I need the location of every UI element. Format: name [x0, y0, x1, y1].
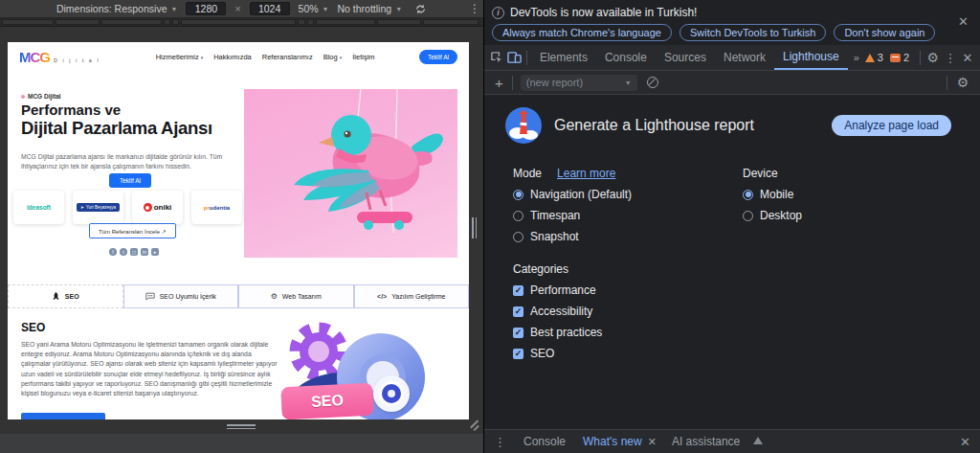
dimensions-label: Dimensions: Responsive — [56, 3, 167, 14]
tab-lighthouse[interactable]: Lighthouse — [774, 45, 848, 70]
device-option-mobile[interactable]: Mobile — [743, 188, 802, 201]
analyze-page-load-button[interactable]: Analyze page load — [832, 115, 951, 136]
chevron-down-icon: ▾ — [201, 55, 204, 60]
youtube-icon[interactable]: ▸ — [151, 248, 159, 256]
viewport-height-resize-handle[interactable] — [227, 424, 256, 430]
devtools-menu-icon[interactable]: ⋮ — [942, 48, 959, 67]
emulation-stage: MCG D i j i t a l Hizmetlerimiz ▾ Hakkım… — [0, 28, 483, 453]
switch-turkish-button[interactable]: Switch DevTools to Turkish — [679, 24, 826, 41]
header-teklif-al-button[interactable]: Teklif Al — [419, 50, 457, 64]
hero-section: MCG Dijital Performans ve Dijital Pazarl… — [8, 72, 469, 284]
notification-close-icon[interactable]: ✕ — [958, 14, 969, 29]
site-logo-suffix: D i j i t a l — [54, 57, 100, 63]
device-option-desktop[interactable]: Desktop — [743, 209, 802, 222]
media-segment[interactable] — [2, 19, 54, 25]
devtools-close-icon[interactable]: ✕ — [959, 48, 976, 67]
partner-logo-oniki[interactable]: oniki — [132, 191, 183, 224]
partner-logo-prudentia[interactable]: prudentia — [191, 191, 242, 224]
dimensions-select[interactable]: Dimensions: Responsive ▼ — [56, 3, 178, 14]
instagram-icon[interactable]: ◻ — [130, 248, 138, 256]
category-seo[interactable]: ✓ SEO — [513, 347, 980, 360]
media-segment[interactable] — [56, 19, 100, 25]
all-references-button[interactable]: Tüm Referansları İncele ↗ — [89, 223, 176, 238]
rocket-icon — [52, 292, 60, 301]
warnings-indicator[interactable]: 3 — [865, 52, 883, 63]
report-select[interactable]: (new report) ▼ — [521, 75, 637, 91]
media-segment[interactable] — [307, 19, 314, 25]
category-performance[interactable]: ✓ Performance — [513, 283, 980, 297]
width-input[interactable]: 1280 — [186, 2, 226, 15]
mode-option-timespan[interactable]: Timespan — [513, 209, 743, 222]
app-window: Dimensions: Responsive ▼ 1280 × 1024 50%… — [0, 0, 980, 453]
nav-item-hizmetlerimiz[interactable]: Hizmetlerimiz ▾ — [156, 53, 204, 61]
drawer-menu-icon[interactable]: ⋮ — [494, 435, 506, 449]
mode-option-navigation[interactable]: Navigation (Default) — [513, 188, 743, 201]
new-report-icon[interactable]: + — [490, 75, 508, 91]
nav-item-iletisim[interactable]: İletişim — [352, 53, 374, 61]
checkbox-checked-icon: ✓ — [513, 349, 523, 359]
throttling-value: No throttling — [338, 3, 392, 14]
hero-teklif-al-button[interactable]: Teklif Al — [109, 173, 151, 188]
zoom-select[interactable]: 50% ▼ — [299, 3, 329, 14]
match-language-button[interactable]: Always match Chrome's language — [492, 24, 672, 41]
drawer-tab-whats-new[interactable]: What's new — [575, 430, 650, 453]
twitter-icon[interactable]: t — [120, 248, 127, 256]
viewport-corner-resize-handle[interactable] — [469, 421, 479, 432]
drawer-tab-console[interactable]: Console — [516, 430, 573, 453]
media-query-bar[interactable] — [0, 18, 483, 27]
device-toolbar-toggle-icon[interactable] — [505, 48, 523, 67]
whats-new-close-icon[interactable]: ✕ — [648, 436, 657, 448]
dont-show-again-button[interactable]: Don't show again — [834, 24, 935, 41]
divider — [512, 76, 513, 90]
height-input[interactable]: 1024 — [250, 2, 290, 15]
lighthouse-settings-icon[interactable]: ⚙ — [951, 73, 974, 92]
issues-indicator[interactable]: 2 — [890, 52, 909, 63]
tab-seo-uyumlu-icerik[interactable]: SEO Uyumlu İçerik — [123, 284, 239, 308]
media-segment[interactable] — [377, 19, 421, 25]
nav-item-hakkimizda[interactable]: Hakkımızda — [213, 53, 252, 61]
throttling-select[interactable]: No throttling ▼ — [338, 3, 403, 14]
seo-3d-label: SEO — [280, 383, 374, 419]
media-segment[interactable] — [101, 19, 162, 25]
nav-item-referanslarimiz[interactable]: Referanslarımız — [262, 53, 313, 61]
facebook-icon[interactable]: f — [109, 248, 117, 256]
media-segment[interactable] — [423, 19, 479, 25]
learn-more-link[interactable]: Learn more — [557, 167, 615, 180]
seo-cta-button-partial[interactable] — [21, 413, 105, 419]
chevron-down-icon: ▼ — [625, 79, 632, 86]
partner-logo-ideasoft[interactable]: ideasoft — [13, 191, 64, 224]
more-tabs-icon[interactable]: » — [848, 52, 865, 63]
dimensions-separator: × — [234, 3, 240, 14]
tab-console[interactable]: Console — [596, 45, 656, 70]
tab-yazilim-gelistirme[interactable]: </> Yazılım Geliştirme — [354, 284, 470, 308]
lighthouse-panel: Generate a Lighthouse report Analyze pag… — [484, 95, 980, 429]
devtools-split-drag-handle[interactable] — [472, 217, 478, 238]
device-toolbar-menu-icon[interactable]: ⋮ — [469, 2, 480, 15]
bird-illustration — [244, 89, 457, 258]
rotate-device-icon[interactable] — [414, 3, 427, 15]
media-segment[interactable] — [181, 19, 296, 25]
tab-seo[interactable]: SEO — [8, 284, 123, 308]
mode-option-snapshot[interactable]: Snapshot — [513, 230, 743, 243]
media-segment[interactable] — [164, 19, 170, 25]
tab-sources[interactable]: Sources — [656, 45, 715, 70]
zoom-value: 50% — [299, 3, 319, 14]
category-accessibility[interactable]: ✓ Accessibility — [513, 305, 980, 318]
drawer-close-icon[interactable]: ✕ — [960, 435, 970, 449]
tab-web-tasarim[interactable]: ⚙ Web Tasarım — [238, 284, 354, 308]
tab-elements[interactable]: Elements — [531, 45, 596, 70]
drawer-tab-ai-assistance[interactable]: AI assistance — [664, 430, 747, 453]
settings-gear-icon[interactable]: ⚙ — [924, 48, 942, 67]
inspect-element-icon[interactable] — [488, 48, 505, 67]
media-segment[interactable] — [298, 19, 305, 25]
tab-network[interactable]: Network — [715, 45, 774, 70]
linkedin-icon[interactable]: in — [141, 248, 148, 256]
site-logo[interactable]: MCG D i j i t a l — [19, 49, 100, 65]
media-segment[interactable] — [172, 19, 179, 25]
media-segment[interactable] — [316, 19, 375, 25]
category-best-practices[interactable]: ✓ Best practices — [513, 326, 980, 339]
clear-reports-icon[interactable] — [647, 77, 658, 88]
partner-logo-bird[interactable]: ➤ Yurt Beyazeşya — [73, 191, 123, 224]
nav-item-blog[interactable]: Blog ▾ — [323, 53, 343, 61]
devtools-pane: i DevTools is now available in Turkish! … — [483, 0, 980, 453]
